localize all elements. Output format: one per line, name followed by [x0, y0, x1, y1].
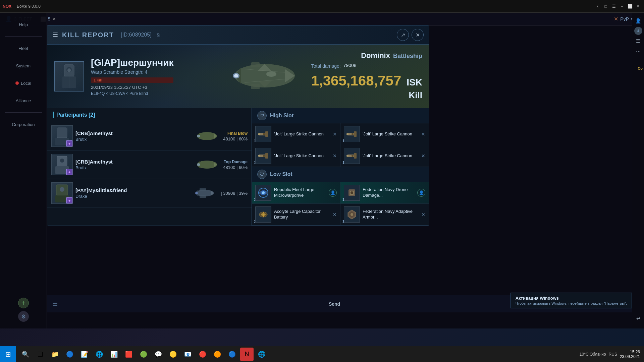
- equip-icon-3: [255, 148, 271, 164]
- minimize-button[interactable]: ⟨: [594, 3, 601, 10]
- svg-point-61: [351, 191, 353, 194]
- participant-name-1: [CRB]Amethyst: [75, 130, 191, 136]
- damage-label: Total damage:: [311, 63, 341, 69]
- high-slot-header: 🛡 High Slot: [252, 108, 429, 123]
- taskbar-file-explorer[interactable]: 📁: [48, 348, 62, 361]
- svg-rect-48: [265, 153, 268, 159]
- mwd-svg: [257, 187, 269, 199]
- minimize2-button[interactable]: −: [619, 3, 625, 10]
- right-icon-dots[interactable]: ⋯: [634, 47, 643, 56]
- taskbar-app5[interactable]: 📧: [181, 348, 195, 361]
- modal-menu-icon[interactable]: ☰: [53, 31, 58, 39]
- pvp-label: PvP: [620, 16, 629, 22]
- svg-point-58: [262, 191, 265, 194]
- activate-windows-text: Чтобы активировать Windows, перейдите в …: [516, 301, 627, 305]
- equip-remove-low-4[interactable]: ✕: [421, 212, 425, 217]
- svg-rect-44: [354, 131, 357, 137]
- equip-item-low-3[interactable]: 1 + Acolyte Large Capacitor: [252, 204, 340, 226]
- taskbar-app6[interactable]: 🔴: [196, 348, 209, 361]
- equip-remove-2[interactable]: ✕: [421, 131, 425, 137]
- modal-copy-icon[interactable]: ⎘: [157, 32, 160, 38]
- equip-item-high-3[interactable]: 1 'Jolt' Large Strike Cannon ✕: [252, 145, 340, 167]
- equip-item-low-1[interactable]: 1 Republic Fleet Large Microwarpdrive: [252, 182, 340, 204]
- close-tab-btn[interactable]: ✕: [52, 16, 56, 21]
- taskbar-app1[interactable]: 🟥: [122, 348, 136, 361]
- sidebar-item-help[interactable]: Help: [3, 16, 44, 33]
- fed-navy-svg: [346, 187, 358, 199]
- sidebar-item-corporation[interactable]: Corporation: [3, 116, 44, 133]
- person-icon-2: 👤: [419, 190, 424, 195]
- modal-close-button[interactable]: ✕: [412, 29, 424, 41]
- corp-badge-2: ◆: [66, 169, 72, 175]
- equip-remove-4[interactable]: ✕: [421, 153, 425, 159]
- taskbar-edge[interactable]: 🌐: [93, 348, 106, 361]
- bottom-menu-icon[interactable]: ☰: [52, 300, 58, 308]
- taskbar-icons: 🔍 ❑ 📁 🔵 📝 🌐 📊 🟥 🟢 💬 🟡 📧 🔴 🟠 🔵 N 🌐: [16, 348, 271, 361]
- equip-icon-1: [255, 126, 271, 142]
- svg-point-32: [60, 187, 64, 192]
- stat-values-3: | 30908 | 39%: [221, 191, 248, 196]
- equip-item-high-2[interactable]: 1 'Jolt' Large Strike Cannon ✕: [340, 123, 429, 145]
- taskbar-task-view[interactable]: ❑: [34, 348, 47, 361]
- equip-remove-low-3[interactable]: ✕: [333, 212, 337, 217]
- taskbar-app4[interactable]: 🟡: [166, 348, 180, 361]
- modal-title: KILL REPORT: [62, 31, 114, 39]
- participant-ship-img-2: [194, 155, 220, 175]
- svg-rect-53: [346, 155, 348, 157]
- right-icon-arrow[interactable]: ↩: [634, 314, 643, 323]
- panel-header-bar: [53, 112, 54, 118]
- participant-info-1: [CRB]Amethyst Brutix: [75, 130, 191, 142]
- sidebar-item-alliance[interactable]: Alliance: [3, 92, 44, 109]
- taskbar-app3[interactable]: 💬: [152, 348, 165, 361]
- taskbar-search[interactable]: 🔍: [19, 348, 32, 361]
- taskbar-chrome[interactable]: 🔵: [63, 348, 76, 361]
- svg-point-16: [266, 71, 276, 77]
- equip-remove-3[interactable]: ✕: [333, 153, 337, 159]
- taskbar-excel[interactable]: 📊: [107, 348, 121, 361]
- game-title: Бомж 9.0.0.0: [17, 4, 41, 9]
- low-slot-header: 🛡 Low Slot: [252, 167, 429, 182]
- add-button[interactable]: +: [18, 298, 29, 308]
- right-icon-avatar[interactable]: 👤: [634, 16, 643, 25]
- restore-button[interactable]: ⬜: [627, 3, 633, 10]
- equip-item-high-4[interactable]: 1 'Jolt' Large Strike Cannon ✕: [340, 145, 429, 167]
- export-button[interactable]: ↗: [397, 29, 409, 41]
- settings-gear-button[interactable]: ⚙: [18, 311, 29, 322]
- equip-icon-low-4: [344, 206, 360, 223]
- taskbar-nox[interactable]: N: [240, 348, 254, 361]
- window-button[interactable]: □: [602, 3, 609, 10]
- close-button[interactable]: ✕: [635, 3, 641, 10]
- sidebar-item-fleet[interactable]: Fleet: [3, 40, 44, 57]
- start-button[interactable]: ⊞: [0, 346, 16, 362]
- equip-item-high-1[interactable]: 1 'Jolt' Large Strike Cannon ✕: [252, 123, 340, 145]
- equip-remove-1[interactable]: ✕: [333, 131, 337, 137]
- send-button[interactable]: Send: [329, 301, 340, 307]
- settings-button[interactable]: ☰: [610, 3, 617, 10]
- taskbar-app2[interactable]: 🟢: [137, 348, 150, 361]
- taskbar-word[interactable]: 📝: [78, 348, 91, 361]
- taskbar-app7[interactable]: 🟠: [211, 348, 224, 361]
- sidebar-item-system[interactable]: System: [3, 57, 44, 74]
- cannon-svg-1: [257, 128, 269, 140]
- adaptive-armor-svg: [346, 208, 358, 221]
- equip-item-low-2[interactable]: 1 Federation Navy Drone Damage...: [340, 182, 429, 204]
- participant-row-1[interactable]: ◆ [CRB]Amethyst Brutix: [47, 122, 252, 150]
- equip-action-btn-2[interactable]: 👤: [417, 189, 425, 197]
- damage-row: Total damage: 79008: [311, 62, 422, 69]
- sidebar-item-local[interactable]: Local: [3, 75, 44, 92]
- participant-row-2[interactable]: ◆ [CRB]Amethyst Brutix: [47, 150, 252, 179]
- equip-item-low-4[interactable]: 1 Federation Navy Adaptive Armor... ✕: [340, 204, 429, 226]
- sidebar-label-local: Local: [21, 81, 31, 86]
- taskbar-time-display: 15:26 23.09.2021: [620, 350, 640, 359]
- pvp-toggle[interactable]: ✕ PvP ▾: [614, 16, 633, 22]
- svg-point-42: [263, 133, 265, 135]
- close-icon: ✕: [416, 32, 420, 38]
- taskbar-app9[interactable]: 🌐: [255, 348, 268, 361]
- activate-windows-title: Активация Windows: [516, 296, 627, 301]
- right-icon-menu[interactable]: ☰: [634, 36, 643, 46]
- taskbar-app8[interactable]: 🔵: [225, 348, 239, 361]
- participant-row-3[interactable]: ◆ [PAY]My&little&friend Drake: [47, 179, 252, 207]
- equip-action-btn-1[interactable]: 👤: [329, 189, 337, 197]
- modal-header-btns: ↗ ✕: [397, 29, 424, 41]
- drake-svg: [192, 184, 217, 202]
